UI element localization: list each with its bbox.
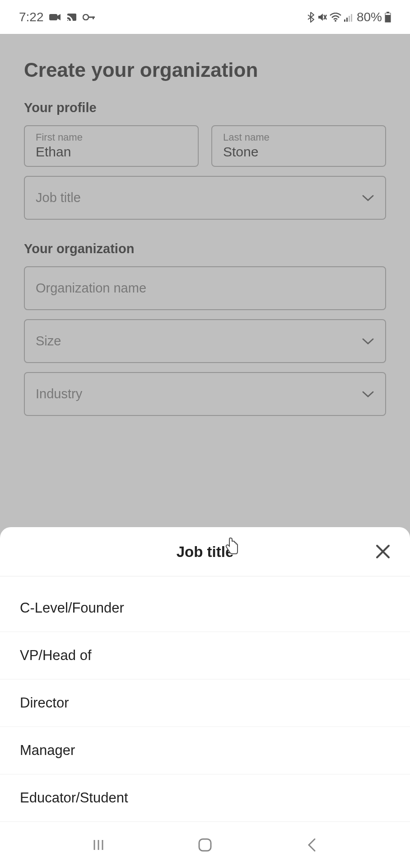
close-icon	[375, 543, 391, 560]
status-left: 7:22	[19, 10, 95, 24]
svg-point-6	[335, 20, 336, 22]
battery-percent: 80%	[357, 10, 382, 24]
navigation-bar	[0, 822, 410, 868]
mute-icon	[317, 12, 327, 22]
status-bar: 7:22 80%	[0, 0, 410, 34]
option-manager[interactable]: Manager	[0, 727, 410, 774]
sheet-title: Job title	[177, 543, 234, 561]
signal-icon	[344, 13, 354, 22]
close-button[interactable]	[374, 542, 392, 561]
back-icon	[307, 837, 317, 853]
svg-rect-8	[346, 18, 348, 22]
home-icon	[197, 837, 213, 853]
svg-rect-10	[351, 14, 352, 22]
bluetooth-icon	[307, 12, 314, 23]
svg-rect-9	[349, 16, 350, 22]
recent-apps-button[interactable]	[89, 836, 107, 854]
svg-rect-13	[385, 15, 391, 22]
svg-rect-7	[344, 19, 345, 22]
wifi-icon	[330, 13, 341, 22]
option-director[interactable]: Director	[0, 679, 410, 727]
option-educator[interactable]: Educator/Student	[0, 774, 410, 822]
svg-rect-19	[199, 839, 211, 851]
option-vp-head[interactable]: VP/Head of	[0, 632, 410, 679]
options-list: C-Level/Founder VP/Head of Director Mana…	[0, 576, 410, 822]
cast-icon	[66, 13, 77, 22]
key-icon	[83, 14, 95, 20]
svg-rect-0	[49, 14, 57, 20]
sheet-header: Job title	[0, 527, 410, 576]
svg-point-1	[83, 14, 89, 20]
back-button[interactable]	[303, 836, 321, 854]
video-icon	[49, 13, 61, 21]
svg-rect-3	[93, 16, 94, 19]
recent-apps-icon	[92, 838, 105, 852]
home-button[interactable]	[196, 836, 214, 854]
status-time: 7:22	[19, 10, 44, 24]
job-title-bottom-sheet: Job title C-Level/Founder VP/Head of Dir…	[0, 527, 410, 822]
option-c-level[interactable]: C-Level/Founder	[0, 589, 410, 632]
status-right: 80%	[307, 10, 391, 24]
battery-icon	[385, 12, 391, 23]
